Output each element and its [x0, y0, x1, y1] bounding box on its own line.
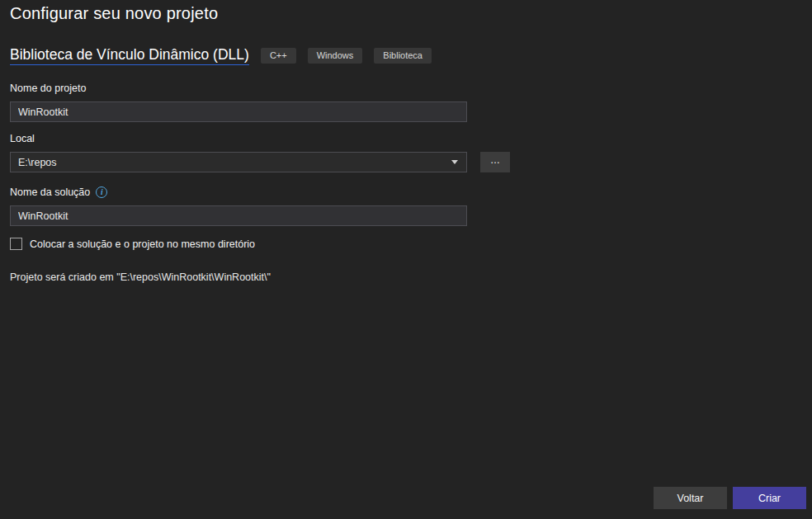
location-row: E:\repos … — [10, 152, 812, 172]
solution-name-label: Nome da solução i — [10, 186, 812, 198]
dialog-title: Configurar seu novo projeto — [10, 4, 812, 23]
project-name-input[interactable] — [10, 101, 467, 122]
chevron-down-icon[interactable] — [451, 160, 458, 164]
location-label: Local — [10, 133, 812, 144]
location-combobox[interactable]: E:\repos — [10, 152, 467, 172]
create-button[interactable]: Criar — [733, 487, 806, 509]
template-name-link: Biblioteca de Vínculo Dinâmico (DLL) — [10, 46, 249, 65]
same-directory-checkbox-row[interactable]: Colocar a solução e o projeto no mesmo d… — [10, 238, 812, 250]
project-name-label: Nome do projeto — [10, 83, 812, 94]
tag-platform: Windows — [308, 48, 363, 64]
configure-project-dialog: Configurar seu novo projeto Biblioteca d… — [0, 0, 812, 283]
solution-name-label-text: Nome da solução — [10, 186, 90, 198]
location-value: E:\repos — [18, 157, 57, 168]
dialog-buttons: Voltar Criar — [654, 487, 806, 509]
project-path-status: Projeto será criado em "E:\repos\WinRoot… — [10, 271, 812, 283]
info-icon[interactable]: i — [96, 186, 107, 198]
browse-location-button[interactable]: … — [480, 152, 510, 172]
template-tags: C++ Windows Biblioteca — [261, 48, 432, 64]
same-directory-checkbox-label: Colocar a solução e o projeto no mesmo d… — [30, 238, 255, 250]
solution-name-input[interactable] — [10, 205, 467, 226]
same-directory-checkbox[interactable] — [10, 238, 22, 250]
tag-type: Biblioteca — [374, 48, 432, 64]
tag-language: C++ — [261, 48, 296, 64]
template-header: Biblioteca de Vínculo Dinâmico (DLL) C++… — [10, 46, 812, 65]
back-button[interactable]: Voltar — [654, 487, 727, 509]
